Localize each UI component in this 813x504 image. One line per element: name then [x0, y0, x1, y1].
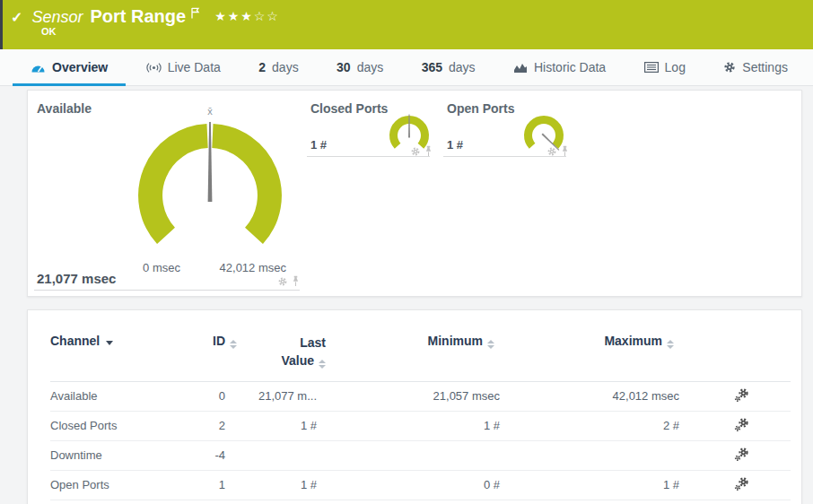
- flag-icon[interactable]: [190, 6, 200, 22]
- channel-settings-gears-icon[interactable]: [734, 387, 749, 403]
- channel-minimum: 0 #: [333, 470, 512, 500]
- channel-maximum: 42,012 msec: [512, 381, 692, 411]
- sort-desc-icon: [106, 341, 113, 345]
- gear-icon: [723, 61, 736, 74]
- channel-last-value: 1 #: [239, 411, 333, 440]
- channel-settings-gear-icon[interactable]: [277, 276, 288, 287]
- channel-last-value: 21,077 m...: [239, 381, 333, 411]
- channel-name: Closed Ports: [50, 411, 203, 440]
- window-edge: [0, 0, 3, 49]
- table-row: Open Ports 1 1 # 0 # 1 #: [50, 470, 791, 500]
- channel-minimum: 1 #: [333, 411, 512, 440]
- channels-table: Channel ID Last Value Minimum Maximum: [50, 310, 791, 500]
- status-badge: OK: [41, 26, 57, 37]
- available-gauge[interactable]: [134, 119, 286, 272]
- gauges-panel: Available x̄ 0 msec 42,012 msec 21,077 m…: [27, 90, 802, 297]
- channel-settings-gears-icon[interactable]: [734, 447, 749, 462]
- tab-30-days[interactable]: 30 days: [319, 49, 401, 85]
- gauge-needle: [208, 122, 213, 202]
- tab-historic-data[interactable]: Historic Data: [495, 49, 624, 85]
- channel-minimum: [333, 440, 512, 470]
- channel-name: Downtime: [50, 440, 203, 470]
- table-row: Closed Ports 2 1 # 1 # 2 #: [50, 411, 791, 440]
- column-header-maximum[interactable]: Maximum: [512, 310, 692, 381]
- panel-divider: [443, 156, 566, 157]
- channel-minimum: 21,057 msec: [333, 381, 512, 411]
- channel-settings-gears-icon[interactable]: [734, 417, 749, 432]
- panel-divider: [34, 290, 300, 291]
- channel-id: 2: [203, 411, 239, 440]
- gauge-max-label: 42,012 msec: [205, 261, 286, 274]
- tab-settings[interactable]: Settings: [705, 49, 806, 85]
- gauge-icon: [31, 61, 46, 74]
- channel-last-value: 1 #: [239, 470, 333, 500]
- gauge-title-open-ports: Open Ports: [447, 101, 514, 116]
- channel-id: -4: [203, 440, 239, 470]
- table-row: Downtime -4: [50, 440, 791, 470]
- column-header-channel[interactable]: Channel: [50, 310, 203, 381]
- log-icon: [644, 62, 659, 73]
- gauge-title-available: Available: [37, 101, 92, 116]
- gauge-title-closed-ports: Closed Ports: [310, 101, 388, 116]
- tab-log[interactable]: Log: [626, 49, 704, 85]
- page-title: Port Range: [90, 6, 186, 27]
- channel-maximum: [512, 440, 692, 470]
- pin-icon[interactable]: [292, 275, 300, 287]
- tab-bar: Overview Live Data 2 days 30 days 365 da…: [0, 49, 813, 86]
- channel-settings-gear-icon[interactable]: [546, 146, 557, 157]
- channel-id: 1: [203, 470, 239, 500]
- sort-arrows-icon: [319, 360, 326, 369]
- tab-2-days[interactable]: 2 days: [240, 49, 316, 85]
- sensor-kind-label: Sensor: [31, 8, 83, 27]
- panel-divider: [307, 156, 430, 157]
- channel-maximum: 2 #: [512, 411, 692, 440]
- table-header-row: Channel ID Last Value Minimum Maximum: [50, 310, 791, 381]
- tab-365-days[interactable]: 365 days: [404, 49, 494, 85]
- channel-settings-gear-icon[interactable]: [410, 146, 421, 157]
- column-header-minimum[interactable]: Minimum: [333, 310, 512, 381]
- column-header-last-value[interactable]: Last Value: [239, 310, 333, 381]
- channel-settings-gears-icon[interactable]: [734, 476, 749, 491]
- priority-stars[interactable]: ★★★☆☆: [214, 9, 280, 23]
- available-last-value: 21,077 msec: [37, 271, 116, 286]
- sort-arrows-icon: [667, 340, 674, 349]
- channels-table-panel: Channel ID Last Value Minimum Maximum: [27, 309, 802, 504]
- channel-name: Open Ports: [50, 470, 203, 500]
- table-row: Available 0 21,077 m... 21,057 msec 42,0…: [50, 381, 791, 411]
- sensor-header: ✓ Sensor Port Range ★★★☆☆ OK: [0, 0, 813, 49]
- tab-overview[interactable]: Overview: [13, 49, 126, 85]
- channel-last-value: [239, 440, 333, 470]
- live-data-icon: [146, 62, 162, 74]
- column-header-id[interactable]: ID: [203, 310, 239, 381]
- closed-ports-last-value: 1 #: [310, 138, 327, 152]
- channel-maximum: 1 #: [512, 470, 692, 500]
- gauge-min-label: 0 msec: [113, 261, 180, 274]
- area-chart-icon: [513, 62, 528, 74]
- sort-arrows-icon: [487, 340, 494, 349]
- sort-arrows-icon: [230, 340, 237, 349]
- open-ports-last-value: 1 #: [447, 138, 463, 152]
- status-check-icon: ✓: [11, 9, 22, 26]
- channel-name: Available: [50, 381, 203, 411]
- tab-live-data[interactable]: Live Data: [128, 49, 239, 85]
- channel-id: 0: [203, 381, 239, 411]
- average-marker: x̄: [199, 106, 221, 117]
